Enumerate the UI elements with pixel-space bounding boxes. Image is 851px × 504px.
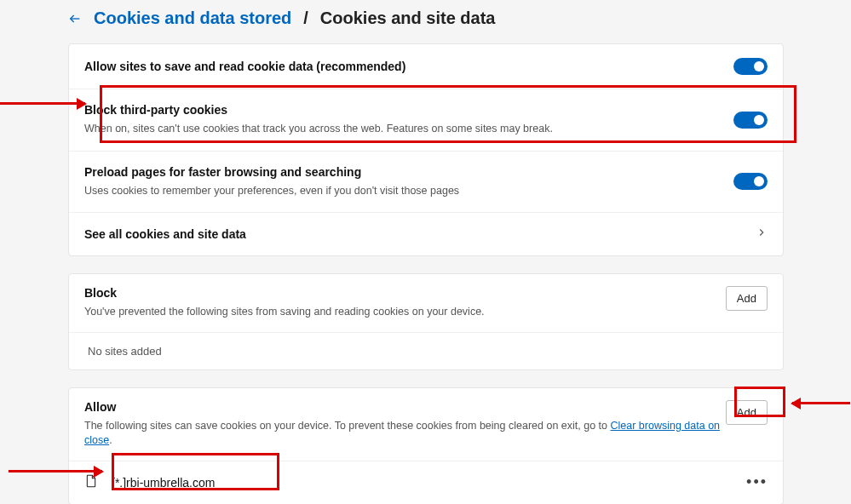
see-all-cookies-row[interactable]: See all cookies and site data (69, 213, 783, 255)
more-options-icon[interactable]: ••• (746, 473, 768, 491)
breadcrumb-separator: / (303, 9, 308, 28)
allow-site-domain: [*.]rbi-umbrella.com (112, 476, 746, 490)
setting-title: Block third-party cookies (84, 103, 733, 117)
setting-preload-pages: Preload pages for faster browsing and se… (69, 152, 783, 214)
block-section-title: Block (84, 286, 726, 300)
allow-section-title: Allow (84, 400, 726, 414)
back-arrow-icon[interactable] (68, 12, 82, 26)
toggle-allow-save-cookies[interactable] (733, 58, 768, 75)
breadcrumb-current: Cookies and site data (320, 9, 496, 28)
setting-block-third-party: Block third-party cookies When on, sites… (69, 89, 783, 152)
breadcrumb-link-cookies-stored[interactable]: Cookies and data stored (94, 9, 291, 28)
block-empty-text: No sites added (69, 332, 783, 369)
annotation-arrow-2 (792, 402, 850, 404)
chevron-right-icon (756, 226, 768, 242)
block-section-header: Block You've prevented the following sit… (69, 274, 783, 332)
annotation-arrow-1 (0, 102, 85, 105)
setting-allow-save-cookies: Allow sites to save and read cookie data… (69, 44, 783, 89)
allow-site-row: [*.]rbi-umbrella.com ••• (69, 461, 783, 504)
block-section-desc: You've prevented the following sites fro… (84, 305, 726, 320)
setting-title: Allow sites to save and read cookie data… (84, 60, 733, 73)
toggle-preload-pages[interactable] (733, 173, 768, 190)
allow-section-header: Allow The following sites can save cooki… (69, 388, 783, 461)
block-add-button[interactable]: Add (726, 286, 768, 311)
allow-section-panel: Allow The following sites can save cooki… (68, 387, 784, 505)
cookie-settings-panel: Allow sites to save and read cookie data… (68, 43, 784, 256)
toggle-block-third-party[interactable] (733, 112, 768, 129)
allow-add-button[interactable]: Add (726, 400, 768, 425)
setting-title: Preload pages for faster browsing and se… (84, 165, 733, 179)
setting-desc: Uses cookies to remember your preference… (84, 184, 733, 199)
annotation-arrow-3 (9, 470, 102, 472)
block-section-panel: Block You've prevented the following sit… (68, 273, 784, 370)
setting-title: See all cookies and site data (84, 227, 756, 241)
setting-desc: When on, sites can't use cookies that tr… (84, 122, 733, 137)
breadcrumb: Cookies and data stored / Cookies and si… (68, 9, 851, 28)
allow-section-desc: The following sites can save cookies on … (84, 419, 726, 449)
